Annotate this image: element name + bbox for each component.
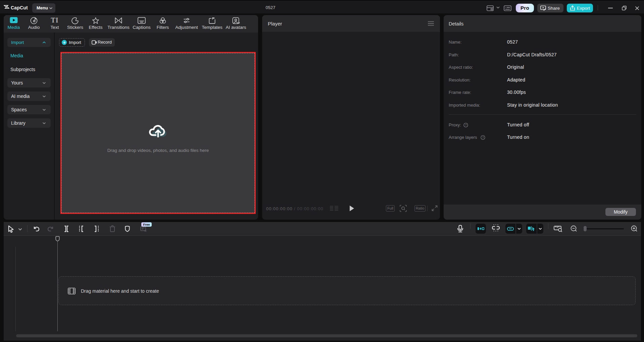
svg-text:?: ?: [465, 123, 467, 127]
svg-text:?: ?: [482, 136, 484, 139]
